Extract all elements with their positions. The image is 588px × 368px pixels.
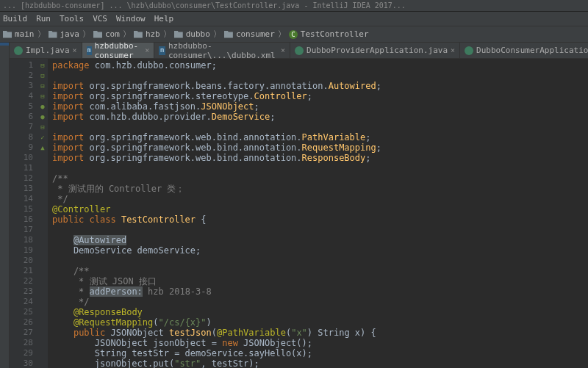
code-line[interactable]: import org.springframework.web.bind.anno… bbox=[52, 132, 588, 142]
code-area: 1234567891011121314151617181920212223242… bbox=[10, 59, 588, 368]
code-line[interactable]: @Autowired bbox=[52, 235, 588, 245]
gutter-mark: ⊟ bbox=[37, 71, 48, 81]
code-line[interactable]: import org.springframework.stereotype.Co… bbox=[52, 91, 588, 101]
code-line[interactable]: DemoService demoService; bbox=[52, 245, 588, 256]
code-line[interactable]: import org.springframework.beans.factory… bbox=[52, 81, 588, 91]
code-line[interactable]: * 测试 JSON 接口 bbox=[52, 276, 588, 286]
class-icon: C bbox=[289, 30, 298, 39]
line-number: 28 bbox=[11, 338, 33, 348]
code-line[interactable]: import com.alibaba.fastjson.JSONObject; bbox=[52, 101, 588, 112]
tab-impl-java[interactable]: Impl.java× bbox=[10, 43, 82, 58]
chevron-right-icon: 〉 bbox=[37, 29, 46, 40]
line-number: 18 bbox=[11, 235, 33, 245]
line-number: 19 bbox=[11, 245, 33, 256]
close-icon[interactable]: × bbox=[281, 46, 285, 54]
code-line[interactable]: String testStr = demoService.sayHello(x)… bbox=[52, 348, 588, 358]
line-number: 30 bbox=[11, 358, 33, 368]
tab-hzbdubbo-consumer-----dubbo-xml[interactable]: mhzbdubbo-consumer\...\dubbo.xml× bbox=[154, 43, 290, 58]
chevron-right-icon: 〉 bbox=[278, 29, 286, 40]
code-line[interactable]: package com.hzb.dubbo.consumer; bbox=[52, 60, 588, 71]
tab-hzbdubbo-consumer[interactable]: mhzbdubbo-consumer× bbox=[82, 43, 155, 58]
java-icon bbox=[14, 46, 23, 55]
code-line[interactable]: /** bbox=[52, 173, 588, 184]
code-line[interactable]: /** bbox=[52, 266, 588, 276]
folder-icon bbox=[93, 31, 102, 38]
menu-window[interactable]: Window bbox=[116, 14, 146, 24]
code-line[interactable]: */ bbox=[52, 194, 588, 204]
code-line[interactable]: public class TestController { bbox=[52, 214, 588, 225]
code-line[interactable]: import com.hzb.dubbo.provider.DemoServic… bbox=[52, 112, 588, 122]
code-line[interactable] bbox=[52, 163, 588, 173]
code-line[interactable]: * 测试用的 Controller 类； bbox=[52, 184, 588, 194]
code-line[interactable] bbox=[52, 122, 588, 132]
code-line[interactable]: * addPerson: hzb 2018-3-8 bbox=[52, 286, 588, 297]
crumb-consumer[interactable]: consumer bbox=[221, 29, 278, 39]
code-line[interactable]: import org.springframework.web.bind.anno… bbox=[52, 153, 588, 163]
line-gutter: 1234567891011121314151617181920212223242… bbox=[10, 59, 37, 368]
gutter-mark: ▲ bbox=[37, 142, 48, 153]
code-line[interactable] bbox=[52, 256, 588, 266]
line-number: 15 bbox=[11, 204, 33, 214]
close-icon[interactable]: × bbox=[451, 46, 455, 54]
chevron-right-icon: 〉 bbox=[163, 29, 171, 40]
code-line[interactable] bbox=[52, 71, 588, 81]
menu-build[interactable]: Build bbox=[3, 14, 27, 24]
line-number: 9 bbox=[11, 142, 33, 153]
xml-icon: m bbox=[87, 46, 92, 55]
line-number: 6 bbox=[11, 112, 33, 122]
folder-icon bbox=[224, 31, 233, 38]
folder-icon bbox=[134, 31, 143, 38]
crumb-hzb[interactable]: hzb bbox=[131, 29, 163, 39]
code-line[interactable]: public JSONObject testJson(@PathVariable… bbox=[52, 328, 588, 338]
line-number: 24 bbox=[11, 297, 33, 307]
gutter-mark: ✓ bbox=[37, 132, 48, 142]
code-text[interactable]: package com.hzb.dubbo.consumer; import o… bbox=[48, 59, 588, 368]
gutter-mark: ⊟ bbox=[37, 91, 48, 101]
line-number: 27 bbox=[11, 328, 33, 338]
tab-dubboproviderapplication-java[interactable]: DubboProviderApplication.java× bbox=[290, 43, 460, 58]
menu-help[interactable]: Help bbox=[154, 14, 174, 24]
line-number: 7 bbox=[11, 122, 33, 132]
line-number: 25 bbox=[11, 307, 33, 317]
crumb-main[interactable]: main bbox=[0, 29, 37, 39]
code-line[interactable]: */ bbox=[52, 297, 588, 307]
folder-icon bbox=[49, 31, 57, 38]
code-line[interactable]: import org.springframework.web.bind.anno… bbox=[52, 142, 588, 153]
sidebar-item[interactable] bbox=[0, 43, 9, 46]
line-number: 21 bbox=[11, 266, 33, 276]
close-icon[interactable]: × bbox=[73, 46, 77, 54]
crumb-com[interactable]: com bbox=[90, 29, 123, 39]
editor-tabs: Impl.java×mhzbdubbo-consumer×mhzbdubbo-c… bbox=[10, 43, 588, 59]
line-number: 4 bbox=[11, 91, 33, 101]
crumb-java[interactable]: java bbox=[46, 29, 83, 39]
gutter-mark: ⊟ bbox=[37, 81, 48, 91]
crumb-testcontroller[interactable]: CTestController bbox=[286, 29, 372, 39]
main-area: Impl.java×mhzbdubbo-consumer×mhzbdubbo-c… bbox=[0, 43, 588, 368]
project-sidebar[interactable] bbox=[0, 43, 10, 368]
gutter-marks: ⊟⊟⊟⊟●●⊟✓▲ bbox=[37, 59, 48, 368]
folder-icon bbox=[3, 31, 12, 38]
menu-vcs[interactable]: VCS bbox=[93, 14, 107, 24]
line-number: 8 bbox=[11, 132, 33, 142]
line-number: 17 bbox=[11, 225, 33, 235]
line-number: 3 bbox=[11, 81, 33, 91]
code-line[interactable]: JSONObject jsonObject = new JSONObject()… bbox=[52, 338, 588, 348]
menubar: BuildRunToolsVCSWindowHelp bbox=[0, 12, 588, 26]
line-number: 13 bbox=[11, 184, 33, 194]
line-number: 29 bbox=[11, 348, 33, 358]
code-line[interactable]: jsonObject.put("str", testStr); bbox=[52, 358, 588, 368]
close-icon[interactable]: × bbox=[145, 46, 149, 54]
xml-icon: m bbox=[159, 46, 165, 55]
line-number: 26 bbox=[11, 317, 33, 328]
code-line[interactable]: @RequestMapping("/cs/{x}") bbox=[52, 317, 588, 328]
crumb-dubbo[interactable]: dubbo bbox=[171, 29, 213, 39]
tab-dubboconsumerapplication-java[interactable]: DubboConsumerApplication.java× bbox=[460, 43, 588, 58]
code-line[interactable] bbox=[52, 225, 588, 235]
java-icon bbox=[465, 46, 473, 55]
menu-tools[interactable]: Tools bbox=[60, 14, 84, 24]
gutter-mark: ● bbox=[37, 112, 48, 122]
code-line[interactable]: @Controller bbox=[52, 204, 588, 214]
menu-run[interactable]: Run bbox=[36, 14, 51, 24]
breadcrumb: main〉java〉com〉hzb〉dubbo〉consumer〉CTestCo… bbox=[0, 26, 588, 43]
code-line[interactable]: @ResponseBody bbox=[52, 307, 588, 317]
